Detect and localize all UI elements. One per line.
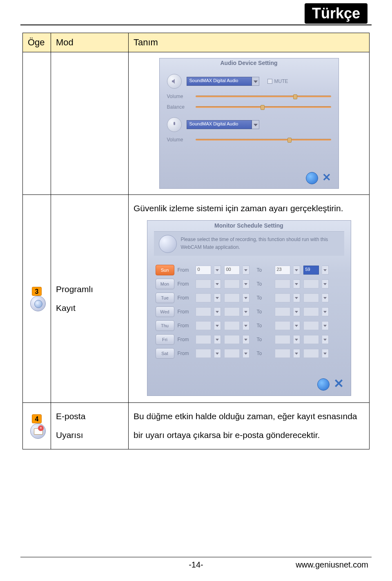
input-volume-label: Volume <box>167 137 196 143</box>
from-min-input[interactable] <box>224 321 240 330</box>
balance-slider[interactable] <box>196 106 331 108</box>
schedule-info-text: Please select the time of recording, thi… <box>154 231 344 255</box>
dropdown-arrow-icon[interactable] <box>252 120 259 129</box>
dropdown-arrow-icon[interactable] <box>294 349 300 358</box>
input-device-select[interactable]: SoundMAX Digital Audio <box>187 120 252 129</box>
dropdown-arrow-icon[interactable] <box>322 349 329 358</box>
dropdown-arrow-icon[interactable] <box>243 279 249 288</box>
clock-icon <box>159 235 177 253</box>
ok-button[interactable] <box>317 378 330 391</box>
dropdown-arrow-icon[interactable] <box>322 335 329 344</box>
dropdown-arrow-icon[interactable] <box>214 335 221 344</box>
to-min-input[interactable] <box>303 307 319 316</box>
to-hour-input[interactable] <box>275 349 290 358</box>
from-label: From <box>178 295 192 301</box>
to-min-input[interactable]: 59 <box>303 266 319 275</box>
dropdown-arrow-icon[interactable] <box>294 266 300 275</box>
to-label: To <box>257 337 272 342</box>
dropdown-arrow-icon[interactable] <box>214 266 221 275</box>
from-label: From <box>178 267 192 273</box>
from-label: From <box>178 351 192 356</box>
from-hour-input[interactable] <box>196 279 211 288</box>
to-hour-input[interactable] <box>275 293 290 302</box>
output-volume-slider[interactable] <box>196 96 331 97</box>
dropdown-arrow-icon[interactable] <box>322 307 329 316</box>
dropdown-arrow-icon[interactable] <box>214 349 221 358</box>
row-description: Güvenlik izleme sistemi için zaman ayarı… <box>134 199 364 218</box>
dropdown-arrow-icon[interactable] <box>294 335 300 344</box>
balance-label: Balance <box>167 104 196 110</box>
dropdown-arrow-icon[interactable] <box>214 321 221 330</box>
dropdown-arrow-icon[interactable] <box>214 279 221 288</box>
from-hour-input[interactable] <box>196 293 211 302</box>
from-hour-input[interactable] <box>196 335 211 344</box>
day-toggle-tue[interactable]: Tue <box>156 293 174 303</box>
ok-button[interactable] <box>306 172 318 184</box>
mode-name: E-posta <box>56 407 123 426</box>
to-min-input[interactable] <box>303 293 319 302</box>
cancel-button[interactable]: ✕ <box>322 172 333 183</box>
input-volume-slider[interactable] <box>196 139 331 141</box>
from-min-input[interactable] <box>224 279 240 288</box>
from-min-input[interactable] <box>224 293 240 302</box>
from-min-input[interactable] <box>224 307 240 316</box>
output-device-select[interactable]: SoundMAX Digital Audio <box>187 77 252 86</box>
dropdown-arrow-icon[interactable] <box>322 321 329 330</box>
volume-label: Volume <box>167 94 196 99</box>
from-hour-input[interactable] <box>196 349 211 358</box>
mode-name: Kayıt <box>56 299 123 317</box>
th-desc: Tanım <box>129 33 370 52</box>
th-mode: Mod <box>51 33 129 52</box>
dropdown-arrow-icon[interactable] <box>243 335 249 344</box>
day-toggle-wed[interactable]: Wed <box>156 306 174 317</box>
dropdown-arrow-icon[interactable] <box>252 77 259 86</box>
to-hour-input[interactable] <box>275 279 290 288</box>
cancel-button[interactable]: ✕ <box>334 378 344 389</box>
to-min-input[interactable] <box>303 321 319 330</box>
schedule-record-icon[interactable] <box>30 296 46 311</box>
dropdown-arrow-icon[interactable] <box>214 307 221 316</box>
dropdown-arrow-icon[interactable] <box>243 307 249 316</box>
row-description: Bu düğme etkin halde olduğu zaman, eğer … <box>134 407 364 445</box>
table-row: 3 Programlı Kayıt Güvenlik izleme sistem… <box>23 195 370 403</box>
day-toggle-thu[interactable]: Thu <box>156 320 174 331</box>
dropdown-arrow-icon[interactable] <box>322 266 329 275</box>
schedule-day-row: WedFromTo <box>156 306 343 317</box>
monitor-schedule-setting-panel: Monitor Schedule Setting Please select t… <box>147 220 351 396</box>
to-label: To <box>257 281 272 287</box>
dropdown-arrow-icon[interactable] <box>294 279 300 288</box>
dropdown-arrow-icon[interactable] <box>243 293 249 302</box>
from-min-input[interactable] <box>224 349 240 358</box>
dropdown-arrow-icon[interactable] <box>294 293 300 302</box>
to-min-input[interactable] <box>303 349 319 358</box>
to-label: To <box>257 309 272 315</box>
dropdown-arrow-icon[interactable] <box>214 293 221 302</box>
dropdown-arrow-icon[interactable] <box>294 307 300 316</box>
to-hour-input[interactable] <box>275 321 290 330</box>
from-hour-input[interactable] <box>196 321 211 330</box>
from-min-input[interactable]: 00 <box>224 266 240 275</box>
to-hour-input[interactable]: 23 <box>275 266 290 275</box>
dropdown-arrow-icon[interactable] <box>243 321 249 330</box>
from-min-input[interactable] <box>224 335 240 344</box>
to-hour-input[interactable] <box>275 307 290 316</box>
day-toggle-sat[interactable]: Sat <box>156 348 174 359</box>
schedule-day-row: SatFromTo <box>156 348 343 359</box>
dropdown-arrow-icon[interactable] <box>322 293 329 302</box>
dropdown-arrow-icon[interactable] <box>243 266 249 275</box>
day-toggle-sun[interactable]: Sun <box>156 265 174 275</box>
mute-checkbox[interactable]: MUTE <box>267 78 288 84</box>
dropdown-arrow-icon[interactable] <box>243 349 249 358</box>
to-hour-input[interactable] <box>275 335 290 344</box>
from-hour-input[interactable]: 0 <box>196 266 211 275</box>
schedule-day-row: MonFromTo <box>156 279 343 289</box>
from-hour-input[interactable] <box>196 307 211 316</box>
dropdown-arrow-icon[interactable] <box>294 321 300 330</box>
to-min-input[interactable] <box>303 335 319 344</box>
dropdown-arrow-icon[interactable] <box>322 279 329 288</box>
day-toggle-mon[interactable]: Mon <box>156 279 174 289</box>
email-alert-icon[interactable]: × <box>30 423 46 439</box>
day-toggle-fri[interactable]: Fri <box>156 334 174 345</box>
schedule-day-row: TueFromTo <box>156 293 343 303</box>
to-min-input[interactable] <box>303 279 319 288</box>
